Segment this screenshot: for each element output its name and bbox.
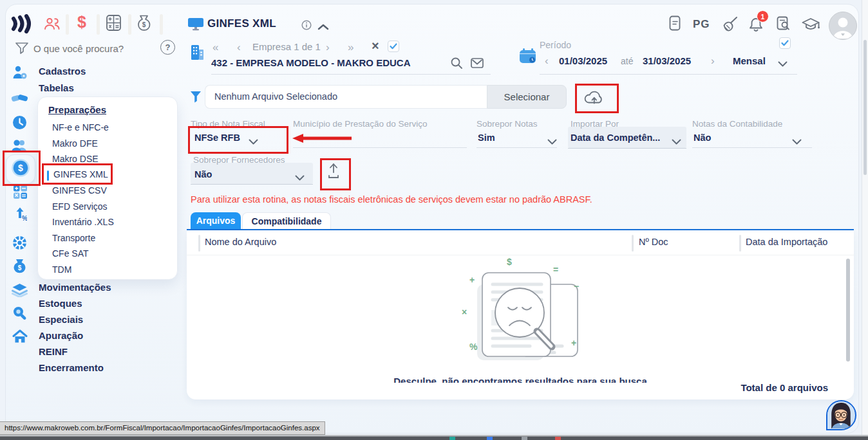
municipio-label: Município de Prestação do Serviço xyxy=(293,119,428,129)
notas-contabilidade-chevron-icon[interactable] xyxy=(792,136,802,148)
module-fiscal-icon[interactable]: $ xyxy=(77,13,86,32)
column-separator xyxy=(739,235,741,252)
notas-contabilidade-label: Notas da Contabilidade xyxy=(692,119,782,129)
period-end-date[interactable]: 31/03/2025 xyxy=(643,55,691,66)
sidebar-item-transporte[interactable]: Transporte xyxy=(52,233,95,243)
filter-icon xyxy=(189,90,202,106)
notas-contabilidade-underline xyxy=(692,147,812,148)
page-scrollbar-track[interactable] xyxy=(862,0,868,435)
file-path-text: Nenhum Arquivo Selecionado xyxy=(205,86,487,102)
collapse-chevron-up-icon[interactable] xyxy=(317,21,329,33)
file-path-display: Nenhum Arquivo Selecionado xyxy=(205,85,487,109)
svg-text:=: = xyxy=(553,264,558,275)
page-scrollbar-thumb[interactable] xyxy=(863,40,867,175)
period-mode-chevron-icon[interactable] xyxy=(778,59,788,70)
svg-text:−: − xyxy=(574,281,579,291)
period-mode-select[interactable]: Mensal xyxy=(733,55,766,66)
sobrepor-fornecedores-chevron-icon[interactable] xyxy=(295,172,305,184)
sidebar-item-cadastros[interactable]: Cadastros xyxy=(39,66,86,77)
company-close-icon[interactable]: × xyxy=(372,39,379,52)
period-label: Período xyxy=(540,40,571,50)
svg-text:$: $ xyxy=(18,264,22,271)
column-header-ndoc: Nº Doc xyxy=(639,237,668,247)
sidebar-item-reinf[interactable]: REINF xyxy=(39,346,68,357)
module-people-icon[interactable] xyxy=(44,17,61,33)
importar-por-chevron-icon[interactable] xyxy=(672,136,681,148)
annotation-box-ginfes-xml xyxy=(42,163,113,185)
svg-text:$: $ xyxy=(507,257,512,267)
sidebar-item-estoques[interactable]: Estoques xyxy=(39,298,82,309)
sidebar-item-cfe-sat[interactable]: CFe SAT xyxy=(52,248,89,259)
sidebar-item-tdm[interactable]: TDM xyxy=(52,264,71,275)
user-avatar[interactable] xyxy=(829,12,857,40)
company-next-button[interactable]: › xyxy=(326,42,330,53)
select-file-button[interactable]: Selecionar xyxy=(487,85,567,109)
sidebar-calculator-icon[interactable] xyxy=(14,185,27,201)
company-prev-button[interactable]: ‹ xyxy=(237,42,241,53)
period-until-label: até xyxy=(621,56,633,66)
sidebar-item-encerramento[interactable]: Encerramento xyxy=(39,362,104,373)
sidebar-magnifier-icon[interactable] xyxy=(12,306,28,324)
sidebar-item-tabelas[interactable]: Tabelas xyxy=(39,82,74,93)
sidebar-layers-icon[interactable] xyxy=(11,283,28,300)
company-checkbox[interactable] xyxy=(388,41,399,52)
tab-arquivos[interactable]: Arquivos xyxy=(191,212,241,230)
period-underline xyxy=(540,74,797,75)
search-input[interactable] xyxy=(32,40,156,57)
sidebar-home-icon[interactable] xyxy=(12,329,28,346)
sidebar-item-nfe-nfce[interactable]: NF-e e NFC-e xyxy=(52,122,109,133)
sidebar-item-makro-dfe[interactable]: Makro DFE xyxy=(52,138,98,149)
company-search-icon[interactable] xyxy=(451,57,462,71)
sidebar-person-up-icon[interactable]: % xyxy=(14,206,27,224)
brand-logo xyxy=(10,14,32,36)
graduation-cap-icon[interactable] xyxy=(801,17,820,35)
sidebar-clock-icon[interactable] xyxy=(12,115,27,133)
topbar-separator xyxy=(128,14,131,35)
assistant-mascot-bubble[interactable] xyxy=(826,400,856,430)
sidebar-item-inventario-xls[interactable]: Inventário .XLS xyxy=(52,217,114,227)
sidebar-item-movimentacoes[interactable]: Movimentações xyxy=(39,282,111,293)
sidebar-moneybag-icon[interactable]: $ xyxy=(13,258,26,276)
module-calculator-icon[interactable] xyxy=(106,15,122,34)
broom-icon[interactable] xyxy=(721,15,739,35)
sobrepor-fornecedores-select[interactable]: Não xyxy=(194,169,212,179)
help-icon[interactable]: ? xyxy=(160,40,175,55)
sidebar-item-makro-dse[interactable]: Makro DSE xyxy=(52,154,99,164)
company-last-button[interactable]: » xyxy=(348,42,354,53)
document-search-icon[interactable] xyxy=(777,16,791,35)
period-next-button[interactable]: › xyxy=(711,55,715,67)
monitor-icon xyxy=(188,17,203,33)
importar-por-select[interactable]: Data da Competên... xyxy=(571,133,660,143)
notas-contabilidade-select[interactable]: Não xyxy=(693,133,711,143)
module-moneybag-icon[interactable]: $ xyxy=(137,14,151,33)
sidebar-item-especiais[interactable]: Especiais xyxy=(39,314,83,325)
sobrepor-notas-select[interactable]: Sim xyxy=(478,133,495,143)
sidebar-person-gear-icon[interactable] xyxy=(12,65,28,83)
info-icon[interactable] xyxy=(301,20,312,33)
company-envelope-icon[interactable] xyxy=(471,58,484,71)
table-scrollbar-thumb[interactable] xyxy=(846,259,850,362)
sidebar-item-efd-servicos[interactable]: EFD Serviços xyxy=(52,201,108,212)
pg-button[interactable]: PG xyxy=(693,18,710,31)
company-underline xyxy=(211,74,491,75)
empty-state-illustration: $=− +×%+ xyxy=(445,256,593,363)
annotation-box-upload-cloud xyxy=(575,84,619,113)
sidebar-handshake-icon[interactable] xyxy=(11,92,29,107)
document-icon[interactable] xyxy=(668,15,681,34)
period-start-date[interactable]: 01/03/2025 xyxy=(559,55,607,66)
company-first-button[interactable]: « xyxy=(212,42,218,53)
period-prev-button[interactable]: ‹ xyxy=(545,55,549,67)
page-title: GINFES XML xyxy=(207,17,276,30)
sobrepor-notas-chevron-icon[interactable] xyxy=(547,136,557,148)
files-table-card: Nome do Arquivo Nº Doc Data da Importaçã… xyxy=(187,230,854,399)
sidebar-gear-icon[interactable] xyxy=(12,235,27,253)
period-checkbox[interactable] xyxy=(779,37,791,49)
sobrepor-notas-underline xyxy=(476,147,557,148)
column-header-nome: Nome do Arquivo xyxy=(205,237,276,247)
sidebar-item-ginfes-csv[interactable]: GINFES CSV xyxy=(52,185,107,196)
tab-compatibilidade[interactable]: Compatibilidade xyxy=(242,212,331,230)
svg-text:×: × xyxy=(462,307,467,317)
sidebar-item-apuracao[interactable]: Apuração xyxy=(39,330,83,341)
submenu-title-preparacoes[interactable]: Preparações xyxy=(48,104,106,115)
column-header-data: Data da Importação xyxy=(746,237,827,247)
